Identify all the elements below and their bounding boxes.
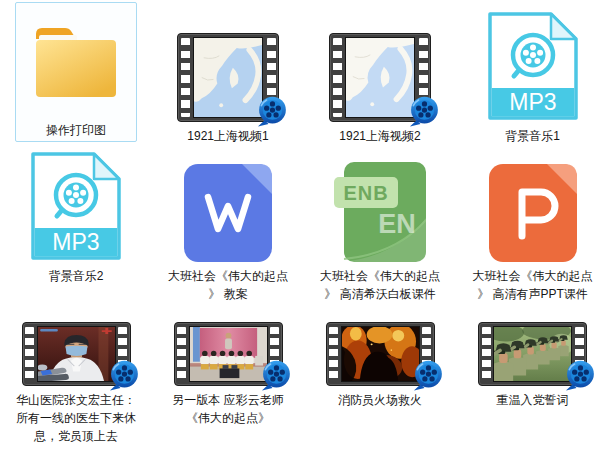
mp3-type-text: MP3: [509, 89, 556, 115]
map-thumbnail: [345, 37, 415, 118]
film-sprockets-left: [482, 327, 491, 381]
file-label: 华山医院张文宏主任：所有一线的医生下来休息，党员顶上去: [16, 391, 136, 445]
wps-presentation-icon: [489, 164, 577, 262]
fire-thumbnail: [341, 326, 420, 382]
file-item-mp3-2[interactable]: MP3 背景音乐2: [0, 150, 152, 320]
file-label: 大班社会《伟大的起点 》 高清有声PPT课件: [473, 267, 593, 303]
mp3-type-text: MP3: [52, 229, 99, 255]
film-sprockets-left: [333, 38, 342, 117]
file-label: 另一版本 应彩云老师《伟大的起点》: [168, 391, 288, 427]
file-explorer-pane: 操作打印图: [0, 0, 609, 467]
file-item-video-fire[interactable]: 消防员火场救火: [304, 320, 456, 467]
file-item-video-1921-1[interactable]: 1921上海视频1: [152, 0, 304, 150]
file-item-ppt-courseware[interactable]: 大班社会《伟大的起点 》 高清有声PPT课件: [456, 150, 609, 320]
file-label: 1921上海视频1: [168, 127, 288, 145]
enb-badge-text: ENB: [343, 182, 388, 204]
file-label: 重温入党誓词: [473, 391, 593, 409]
film-sprockets-left: [177, 327, 186, 381]
file-label: 大班社会《伟大的起点 》 教案: [168, 267, 288, 303]
file-item-video-classroom[interactable]: 另一版本 应彩云老师《伟大的起点》: [152, 320, 304, 467]
file-label: 消防员火场救火: [320, 391, 440, 409]
file-grid: 操作打印图: [0, 0, 609, 467]
media-player-badge-icon: [107, 359, 140, 392]
file-item-video-oath[interactable]: 重温入党誓词: [456, 320, 609, 467]
file-label: 1921上海视频2: [320, 127, 440, 145]
file-label: 背景音乐2: [16, 267, 136, 285]
film-sprockets-left: [181, 38, 190, 117]
film-strip-icon: [174, 322, 283, 386]
folder-icon: [29, 21, 123, 101]
film-strip-icon: [22, 322, 131, 386]
map-thumbnail: [193, 37, 263, 118]
file-item-lesson-plan[interactable]: 大班社会《伟大的起点 》 教案: [152, 150, 304, 320]
film-strip-icon: [177, 33, 279, 122]
file-label: 背景音乐1: [473, 127, 593, 145]
file-item-mp3-1[interactable]: MP3 背景音乐1: [456, 0, 609, 150]
file-item-whiteboard-courseware[interactable]: ENB EN 大班社会《伟大的起点 》 高清希沃白板课件: [304, 150, 456, 320]
enb-watermark-text: EN: [378, 209, 416, 239]
film-strip-icon: [478, 322, 587, 386]
media-player-badge-icon: [255, 95, 288, 128]
media-player-badge-icon: [563, 359, 596, 392]
wps-writer-icon: [184, 164, 272, 262]
classroom-thumbnail: [189, 326, 268, 382]
media-player-badge-icon: [259, 359, 292, 392]
film-strip-icon: [326, 322, 435, 386]
mp3-file-icon: MP3: [486, 10, 580, 122]
film-strip-icon: [329, 33, 431, 122]
doctor-thumbnail: [37, 326, 116, 382]
media-player-badge-icon: [407, 95, 440, 128]
file-label: 操作打印图: [16, 121, 136, 139]
file-item-folder[interactable]: 操作打印图: [0, 0, 152, 150]
file-item-video-doctor[interactable]: 华山医院张文宏主任：所有一线的医生下来休息，党员顶上去: [0, 320, 152, 467]
film-sprockets-left: [25, 327, 34, 381]
selection-highlight[interactable]: 操作打印图: [15, 2, 137, 142]
soldiers-thumbnail: [493, 326, 572, 382]
file-item-video-1921-2[interactable]: 1921上海视频2: [304, 0, 456, 150]
seewo-enb-icon: ENB EN: [334, 162, 426, 262]
mp3-file-icon: MP3: [29, 150, 123, 262]
file-label: 大班社会《伟大的起点 》 高清希沃白板课件: [320, 267, 440, 303]
media-player-badge-icon: [411, 359, 444, 392]
film-sprockets-left: [329, 327, 338, 381]
